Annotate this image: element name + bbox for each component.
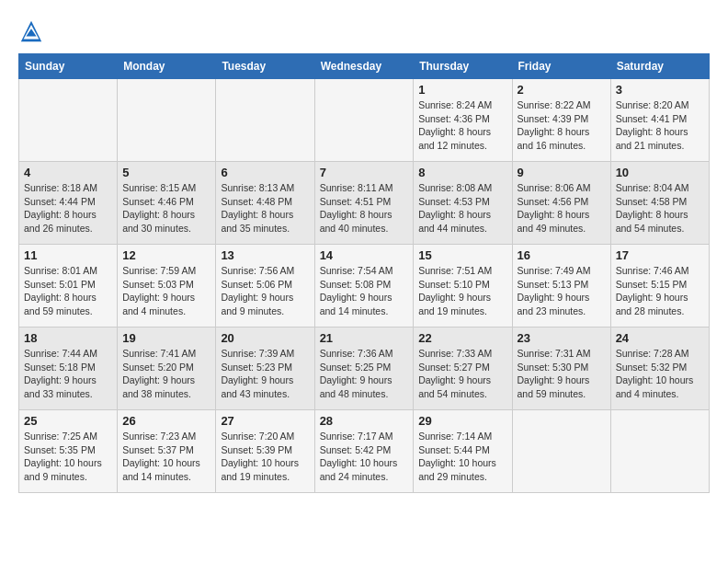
logo	[18, 18, 48, 44]
day-info: Sunrise: 7:14 AMSunset: 5:44 PMDaylight:…	[418, 430, 506, 484]
day-info: Sunrise: 7:54 AMSunset: 5:08 PMDaylight:…	[320, 264, 409, 318]
day-number: 13	[221, 248, 309, 262]
day-info: Sunrise: 7:41 AMSunset: 5:20 PMDaylight:…	[122, 347, 210, 401]
day-info: Sunrise: 7:25 AMSunset: 5:35 PMDaylight:…	[24, 430, 112, 484]
col-header-wednesday: Wednesday	[314, 54, 414, 79]
calendar-cell: 5Sunrise: 8:15 AMSunset: 4:46 PMDaylight…	[118, 162, 216, 245]
day-info: Sunrise: 7:49 AMSunset: 5:13 PMDaylight:…	[518, 264, 606, 318]
day-info: Sunrise: 7:31 AMSunset: 5:30 PMDaylight:…	[518, 347, 606, 401]
calendar-cell: 24Sunrise: 7:28 AMSunset: 5:32 PMDayligh…	[610, 327, 709, 410]
day-number: 19	[122, 331, 210, 345]
calendar-cell: 27Sunrise: 7:20 AMSunset: 5:39 PMDayligh…	[216, 410, 314, 493]
calendar-cell: 14Sunrise: 7:54 AMSunset: 5:08 PMDayligh…	[314, 245, 414, 327]
day-info: Sunrise: 7:44 AMSunset: 5:18 PMDaylight:…	[24, 347, 112, 401]
day-info: Sunrise: 8:24 AMSunset: 4:36 PMDaylight:…	[418, 98, 506, 153]
day-number: 15	[418, 248, 506, 262]
calendar-cell: 2Sunrise: 8:22 AMSunset: 4:39 PMDaylight…	[512, 79, 610, 162]
day-number: 17	[616, 248, 704, 262]
calendar-cell: 15Sunrise: 7:51 AMSunset: 5:10 PMDayligh…	[414, 245, 512, 327]
calendar-cell	[610, 410, 709, 493]
day-info: Sunrise: 8:18 AMSunset: 4:44 PMDaylight:…	[24, 181, 112, 236]
day-info: Sunrise: 7:17 AMSunset: 5:42 PMDaylight:…	[320, 430, 409, 484]
day-number: 6	[221, 166, 309, 179]
day-info: Sunrise: 8:20 AMSunset: 4:41 PMDaylight:…	[616, 98, 704, 153]
day-info: Sunrise: 8:13 AMSunset: 4:48 PMDaylight:…	[221, 181, 309, 236]
calendar-cell: 18Sunrise: 7:44 AMSunset: 5:18 PMDayligh…	[19, 327, 118, 410]
day-number: 23	[518, 331, 606, 345]
calendar-table: SundayMondayTuesdayWednesdayThursdayFrid…	[18, 53, 710, 493]
col-header-friday: Friday	[512, 54, 610, 79]
calendar-cell: 4Sunrise: 8:18 AMSunset: 4:44 PMDaylight…	[19, 162, 118, 245]
day-number: 10	[616, 166, 704, 179]
calendar-week-row: 1Sunrise: 8:24 AMSunset: 4:36 PMDaylight…	[19, 79, 710, 162]
calendar-cell	[512, 410, 610, 493]
calendar-cell: 26Sunrise: 7:23 AMSunset: 5:37 PMDayligh…	[118, 410, 216, 493]
calendar-cell: 6Sunrise: 8:13 AMSunset: 4:48 PMDaylight…	[216, 162, 314, 245]
day-number: 29	[418, 414, 506, 428]
day-info: Sunrise: 8:08 AMSunset: 4:53 PMDaylight:…	[418, 181, 506, 236]
calendar-cell: 10Sunrise: 8:04 AMSunset: 4:58 PMDayligh…	[610, 162, 709, 245]
day-number: 27	[221, 414, 309, 428]
calendar-cell: 29Sunrise: 7:14 AMSunset: 5:44 PMDayligh…	[414, 410, 512, 493]
day-info: Sunrise: 8:04 AMSunset: 4:58 PMDaylight:…	[616, 181, 704, 236]
day-number: 14	[320, 248, 409, 262]
calendar-cell: 22Sunrise: 7:33 AMSunset: 5:27 PMDayligh…	[414, 327, 512, 410]
calendar-cell: 25Sunrise: 7:25 AMSunset: 5:35 PMDayligh…	[19, 410, 118, 493]
day-number: 9	[518, 166, 606, 179]
day-info: Sunrise: 7:23 AMSunset: 5:37 PMDaylight:…	[122, 430, 210, 484]
calendar-cell: 12Sunrise: 7:59 AMSunset: 5:03 PMDayligh…	[118, 245, 216, 327]
col-header-monday: Monday	[118, 54, 216, 79]
day-number: 11	[24, 248, 112, 262]
calendar-week-row: 25Sunrise: 7:25 AMSunset: 5:35 PMDayligh…	[19, 410, 710, 493]
calendar-cell: 11Sunrise: 8:01 AMSunset: 5:01 PMDayligh…	[19, 245, 118, 327]
logo-icon	[18, 18, 44, 44]
calendar-cell	[314, 79, 414, 162]
col-header-thursday: Thursday	[414, 54, 512, 79]
day-number: 24	[616, 331, 704, 345]
day-number: 20	[221, 331, 309, 345]
calendar-cell	[19, 79, 118, 162]
col-header-tuesday: Tuesday	[216, 54, 314, 79]
day-info: Sunrise: 8:06 AMSunset: 4:56 PMDaylight:…	[518, 181, 606, 236]
day-number: 5	[122, 166, 210, 179]
day-number: 4	[24, 166, 112, 179]
day-info: Sunrise: 8:01 AMSunset: 5:01 PMDaylight:…	[24, 264, 112, 318]
calendar-week-row: 11Sunrise: 8:01 AMSunset: 5:01 PMDayligh…	[19, 245, 710, 327]
day-number: 12	[122, 248, 210, 262]
day-number: 8	[418, 166, 506, 179]
day-number: 21	[320, 331, 409, 345]
day-info: Sunrise: 7:56 AMSunset: 5:06 PMDaylight:…	[221, 264, 309, 318]
calendar-cell: 7Sunrise: 8:11 AMSunset: 4:51 PMDaylight…	[314, 162, 414, 245]
day-info: Sunrise: 7:51 AMSunset: 5:10 PMDaylight:…	[418, 264, 506, 318]
col-header-saturday: Saturday	[610, 54, 709, 79]
calendar-cell: 1Sunrise: 8:24 AMSunset: 4:36 PMDaylight…	[414, 79, 512, 162]
day-info: Sunrise: 7:28 AMSunset: 5:32 PMDaylight:…	[616, 347, 704, 401]
calendar-week-row: 4Sunrise: 8:18 AMSunset: 4:44 PMDaylight…	[19, 162, 710, 245]
calendar-cell	[216, 79, 314, 162]
calendar-cell: 23Sunrise: 7:31 AMSunset: 5:30 PMDayligh…	[512, 327, 610, 410]
day-info: Sunrise: 7:20 AMSunset: 5:39 PMDaylight:…	[221, 430, 309, 484]
day-number: 28	[320, 414, 409, 428]
calendar-week-row: 18Sunrise: 7:44 AMSunset: 5:18 PMDayligh…	[19, 327, 710, 410]
calendar-cell: 19Sunrise: 7:41 AMSunset: 5:20 PMDayligh…	[118, 327, 216, 410]
day-number: 18	[24, 331, 112, 345]
calendar-cell: 21Sunrise: 7:36 AMSunset: 5:25 PMDayligh…	[314, 327, 414, 410]
day-info: Sunrise: 7:33 AMSunset: 5:27 PMDaylight:…	[418, 347, 506, 401]
calendar-cell: 9Sunrise: 8:06 AMSunset: 4:56 PMDaylight…	[512, 162, 610, 245]
day-number: 1	[418, 83, 506, 97]
day-info: Sunrise: 7:36 AMSunset: 5:25 PMDaylight:…	[320, 347, 409, 401]
day-number: 2	[518, 83, 606, 97]
calendar-cell: 28Sunrise: 7:17 AMSunset: 5:42 PMDayligh…	[314, 410, 414, 493]
day-number: 7	[320, 166, 409, 179]
day-number: 25	[24, 414, 112, 428]
day-info: Sunrise: 8:11 AMSunset: 4:51 PMDaylight:…	[320, 181, 409, 236]
page-header	[18, 18, 710, 44]
day-info: Sunrise: 8:15 AMSunset: 4:46 PMDaylight:…	[122, 181, 210, 236]
day-number: 22	[418, 331, 506, 345]
calendar-cell: 16Sunrise: 7:49 AMSunset: 5:13 PMDayligh…	[512, 245, 610, 327]
day-number: 26	[122, 414, 210, 428]
day-number: 3	[616, 83, 704, 97]
col-header-sunday: Sunday	[19, 54, 118, 79]
calendar-cell: 8Sunrise: 8:08 AMSunset: 4:53 PMDaylight…	[414, 162, 512, 245]
calendar-cell	[118, 79, 216, 162]
